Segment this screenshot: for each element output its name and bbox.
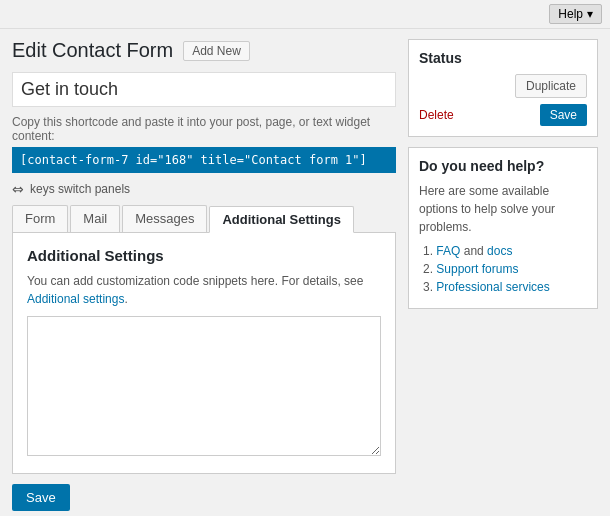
desc-suffix: . [124, 292, 127, 306]
help-box-title: Do you need help? [419, 158, 587, 174]
top-bar: Help ▾ [0, 0, 610, 29]
add-new-button[interactable]: Add New [183, 41, 250, 61]
page-title: Edit Contact Form [12, 39, 173, 62]
additional-settings-title: Additional Settings [27, 247, 381, 264]
help-box: Do you need help? Here are some availabl… [408, 147, 598, 309]
tab-content-additional-settings: Additional Settings You can add customiz… [12, 233, 396, 474]
help-list-item-2: Support forums [423, 262, 587, 276]
delete-link[interactable]: Delete [419, 108, 454, 122]
help-arrow-icon: ▾ [587, 7, 593, 21]
tab-mail[interactable]: Mail [70, 205, 120, 232]
support-forums-link[interactable]: Support forums [436, 262, 518, 276]
help-label: Help [558, 7, 583, 21]
tab-form[interactable]: Form [12, 205, 68, 232]
help-box-description: Here are some available options to help … [419, 182, 587, 236]
shortcode-box[interactable]: [contact-form-7 id="168" title="Contact … [12, 147, 396, 173]
bottom-save-button[interactable]: Save [12, 484, 70, 511]
tabs: Form Mail Messages Additional Settings [12, 205, 396, 233]
keys-switch: ⇔ keys switch panels [12, 181, 396, 197]
code-textarea[interactable] [27, 316, 381, 456]
duplicate-button[interactable]: Duplicate [515, 74, 587, 98]
help-button[interactable]: Help ▾ [549, 4, 602, 24]
faq-link[interactable]: FAQ [436, 244, 460, 258]
left-panel: Edit Contact Form Add New Copy this shor… [12, 39, 396, 511]
help-list-item-1: FAQ and docs [423, 244, 587, 258]
main-area: Edit Contact Form Add New Copy this shor… [0, 29, 610, 516]
additional-link[interactable]: Additional settings [27, 292, 124, 306]
status-actions: Duplicate [419, 74, 587, 98]
form-title-input[interactable] [12, 72, 396, 107]
keys-icon: ⇔ [12, 181, 24, 197]
tab-messages[interactable]: Messages [122, 205, 207, 232]
delete-save-row: Delete Save [419, 104, 587, 126]
desc-prefix: You can add customization code snippets … [27, 274, 363, 288]
status-title: Status [419, 50, 587, 66]
docs-link[interactable]: docs [487, 244, 512, 258]
help-list: FAQ and docs Support forums Professional… [419, 244, 587, 294]
shortcode-label: Copy this shortcode and paste it into yo… [12, 115, 396, 143]
page-title-row: Edit Contact Form Add New [12, 39, 396, 62]
right-panel: Status Duplicate Delete Save Do you need… [408, 39, 598, 511]
additional-settings-description: You can add customization code snippets … [27, 272, 381, 308]
status-box: Status Duplicate Delete Save [408, 39, 598, 137]
keys-switch-label: keys switch panels [30, 182, 130, 196]
help-list-item-3: Professional services [423, 280, 587, 294]
and-text: and [464, 244, 487, 258]
tab-additional-settings[interactable]: Additional Settings [209, 206, 353, 233]
status-save-button[interactable]: Save [540, 104, 587, 126]
professional-services-link[interactable]: Professional services [436, 280, 549, 294]
